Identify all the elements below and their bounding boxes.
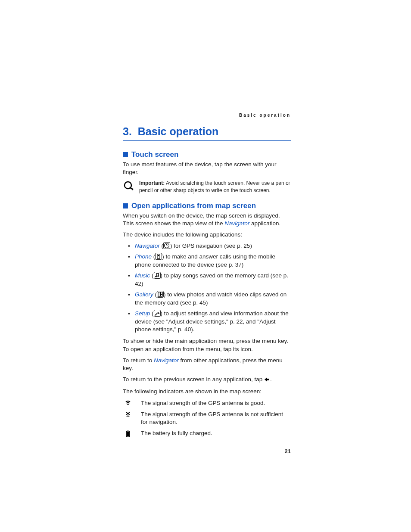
section-heading-open-apps: Open applications from map screen	[123, 202, 291, 210]
phone-link[interactable]: Phone	[135, 253, 152, 260]
important-icon	[123, 180, 134, 192]
svg-rect-3	[158, 255, 159, 256]
navigator-link[interactable]: Navigator	[135, 243, 160, 249]
para-return-navigator: To return to Navigator from other applic…	[123, 357, 291, 372]
text: (	[153, 291, 157, 298]
document-page: Basic operation 3. Basic operation Touch…	[123, 113, 291, 454]
indicator-text: The signal strength of the GPS antenna i…	[141, 399, 265, 407]
section-heading-touch-screen: Touch screen	[123, 150, 291, 159]
section-title-text: Touch screen	[131, 150, 178, 159]
chapter-heading: 3. Basic operation	[123, 125, 291, 141]
table-row: The signal strength of the GPS antenna i…	[123, 399, 291, 407]
text: application.	[249, 220, 280, 227]
setup-app-icon	[154, 310, 161, 317]
svg-rect-8	[161, 294, 163, 296]
section-title-text: Open applications from map screen	[131, 202, 256, 210]
indicators-table: The signal strength of the GPS antenna i…	[123, 399, 291, 438]
list-item: Setup () to adjust settings and view inf…	[123, 310, 291, 334]
svg-rect-7	[161, 292, 163, 294]
gallery-app-icon	[157, 291, 164, 298]
music-app-icon	[154, 272, 161, 279]
important-text: Important: Avoid scratching the touch sc…	[139, 180, 291, 193]
apps-list-intro: The device includes the following applic…	[123, 231, 291, 239]
chapter-title-text: Basic operation	[138, 125, 219, 137]
navigator-link[interactable]: Navigator	[224, 220, 249, 227]
text: (	[160, 243, 163, 249]
list-item: Phone () to make and answer calls using …	[123, 253, 291, 269]
section-bullet-icon	[123, 152, 128, 157]
text: .	[270, 376, 272, 383]
setup-link[interactable]: Setup	[135, 310, 150, 317]
list-item: Navigator () for GPS navigation (see p. …	[123, 242, 291, 250]
list-item: Gallery () to view photos and watch vide…	[123, 291, 291, 307]
text: To return to the previous screen in any …	[123, 376, 264, 383]
back-arrow-icon	[264, 376, 270, 384]
section1-body: To use most features of the device, tap …	[123, 161, 291, 176]
table-row: The signal strength of the GPS antenna i…	[123, 411, 291, 426]
list-item: Music () to play songs saved on the memo…	[123, 272, 291, 288]
indicator-text: The signal strength of the GPS antenna i…	[141, 411, 291, 426]
navigator-link[interactable]: Navigator	[154, 357, 179, 364]
table-row: The battery is fully charged.	[123, 429, 291, 437]
para-return-back: To return to the previous screen in any …	[123, 376, 291, 384]
chapter-number: 3.	[123, 125, 132, 137]
text: (	[152, 253, 155, 260]
gallery-link[interactable]: Gallery	[135, 291, 153, 298]
signal-bad-icon	[123, 411, 133, 417]
text: To return to	[123, 357, 154, 364]
svg-rect-12	[127, 432, 129, 436]
text: (	[150, 272, 153, 279]
svg-rect-6	[158, 292, 160, 296]
section-bullet-icon	[123, 203, 128, 208]
battery-full-icon	[123, 429, 133, 437]
music-link[interactable]: Music	[135, 272, 150, 279]
indicators-intro: The following indicators are shown in th…	[123, 388, 291, 395]
svg-point-5	[157, 275, 159, 277]
section2-intro: When you switch on the device, the map s…	[123, 212, 291, 227]
text: ) for GPS navigation (see p. 25)	[170, 243, 252, 249]
important-note: Important: Avoid scratching the touch sc…	[123, 180, 291, 193]
running-header: Basic operation	[123, 113, 291, 118]
applications-list: Navigator () for GPS navigation (see p. …	[123, 242, 291, 334]
para-show-hide: To show or hide the main application men…	[123, 337, 291, 353]
important-label: Important:	[139, 180, 165, 186]
navigator-app-icon	[163, 242, 170, 249]
phone-app-icon	[155, 253, 162, 260]
indicator-text: The battery is fully charged.	[141, 429, 212, 437]
page-number: 21	[123, 448, 291, 454]
text: (	[150, 310, 153, 317]
signal-good-icon	[123, 399, 133, 406]
